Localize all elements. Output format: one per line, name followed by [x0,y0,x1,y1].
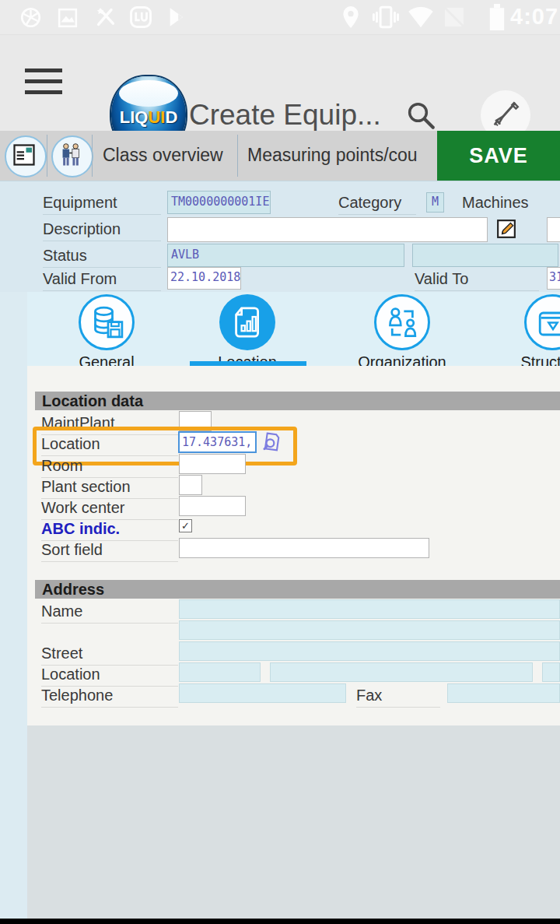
gallery-icon [58,8,78,28]
status-bar: 4:07 [0,0,560,34]
toolbar-divider [237,135,238,177]
battery-icon [488,4,506,30]
play-store-icon [166,6,188,28]
people-icon [59,142,82,167]
status-field[interactable]: AVLB [167,244,404,267]
organization-tab-circle [374,294,430,350]
save-button[interactable]: SAVE [437,131,560,181]
address-header: Address [35,580,560,599]
tools-icon [95,6,117,28]
sort-field-input[interactable] [179,538,429,558]
valid-to-field[interactable]: 31 [547,267,560,290]
status-field-2[interactable] [412,244,558,267]
database-disk-icon [92,306,124,340]
work-center-input[interactable] [179,496,246,516]
vibrate-icon [372,5,400,29]
structure-tab-circle [524,294,560,350]
display-document-button[interactable] [5,135,47,177]
city-field[interactable] [270,662,533,682]
street-label: Street [41,645,178,666]
menu-icon [25,69,62,72]
name-label: Name [41,603,178,624]
edit-note-icon[interactable] [496,219,516,239]
status-label: Status [43,247,161,268]
addr-location-label: Location [41,666,178,687]
spatula-icon [490,100,521,131]
plant-section-input[interactable] [179,475,202,495]
category-label: Category [338,194,416,215]
description-label: Description [43,220,161,241]
telephone-label: Telephone [41,687,178,708]
location-data-title: Location data [42,392,143,409]
page-title: Create Equip... [189,99,381,132]
sort-field-label: Sort field [41,541,178,562]
bottom-black-bar [0,919,560,924]
wifi-icon [408,5,434,29]
category-field[interactable]: M [426,192,444,213]
general-tab-circle [79,294,135,350]
abc-indicator-label[interactable]: ABC indic. [41,520,178,541]
valid-from-field[interactable]: 22.10.2018 [167,267,241,290]
menu-button[interactable] [25,69,62,94]
name-field[interactable] [179,599,560,619]
plant-section-label: Plant section [41,478,178,499]
ghost-icon [442,5,467,30]
search-icon[interactable] [404,99,437,132]
class-overview-button[interactable]: Class overview [103,145,223,166]
location-input[interactable]: 17.437631, [178,431,257,453]
liquid-ui-app-icon [129,5,152,29]
description-input[interactable] [167,217,488,242]
valid-to-label: Valid To [415,270,539,291]
structure-card-icon [537,307,560,340]
tab-organization[interactable]: Organization [374,294,430,350]
equipment-label: Equipment [43,194,161,215]
tab-bar: General Location [0,292,560,366]
tab-structure[interactable]: Structure [524,294,560,350]
report-document-icon [233,306,263,339]
org-people-icon [387,306,419,340]
category-text: Machines [462,194,529,212]
fax-label: Fax [356,687,440,708]
location-data-header: Location data [35,392,560,410]
fax-field[interactable] [447,683,560,703]
abc-indicator-checkbox[interactable]: ✓ [179,519,192,532]
address-title: Address [42,581,104,598]
left-margin-strip [0,292,27,919]
logo-gloss [119,80,178,107]
room-label: Room [41,457,178,478]
location-tab-panel: Location data MaintPlant Location 17.437… [27,366,560,726]
clock-time: 4:07 [510,4,558,30]
tab-location[interactable]: Location [219,294,275,350]
toolbar-divider [92,135,93,177]
lower-background [27,725,560,919]
tab-general[interactable]: General [79,294,135,350]
app-header: LIQUID Create Equip... [0,34,560,132]
name2-field[interactable] [179,620,560,640]
equipment-form-header: Equipment TM0000000001IE Category M Mach… [0,181,560,293]
location-pin-icon [341,5,361,29]
valid-from-label: Valid From [43,270,161,291]
telephone-field[interactable] [179,683,346,703]
camera-shutter-icon [20,7,41,28]
work-center-label: Work center [41,499,178,520]
toolbar-divider [47,135,47,177]
equipment-field[interactable]: TM0000000001IE [167,191,271,214]
location-tab-circle [219,294,275,350]
toolbar: Class overview Measuring points/cou SAVE [0,131,560,181]
street-field[interactable] [179,641,560,661]
location-label: Location [41,435,178,456]
location-search-icon[interactable] [260,431,282,453]
document-icon [12,143,36,167]
logo-text: LIQUID [111,107,186,128]
description-extra-field[interactable] [547,217,560,242]
app-screen: 4:07 LIQUID Create Equip... [0,0,560,924]
measuring-points-button[interactable]: Measuring points/cou [247,145,437,166]
postal-code-field[interactable] [179,662,261,682]
room-input[interactable] [179,454,246,474]
region-field[interactable] [542,662,560,682]
partners-button[interactable] [51,135,93,177]
